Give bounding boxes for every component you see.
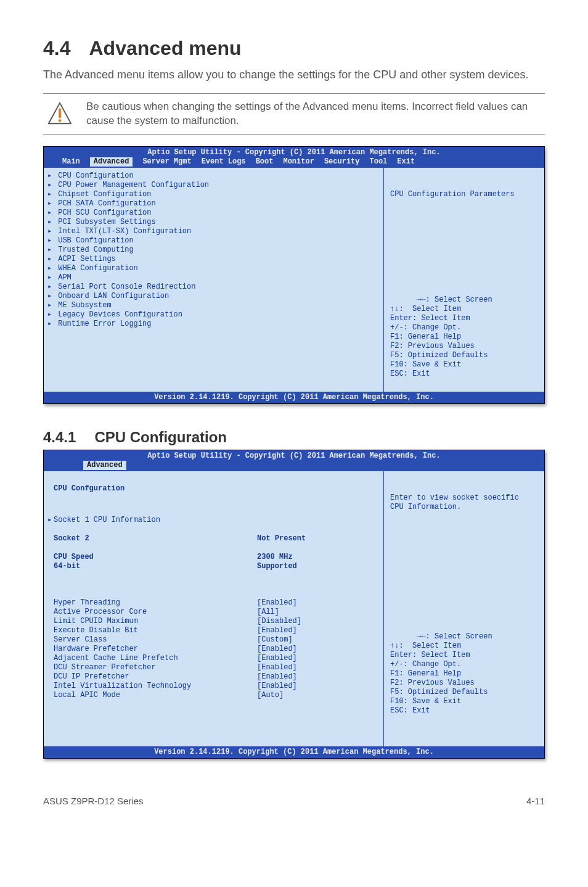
info-key: CPU Speed (54, 553, 257, 562)
footer-product: ASUS Z9PR-D12 Series (43, 796, 144, 806)
submenu-arrow-icon: ▸ (47, 310, 54, 320)
setting-value: [Enabled] (257, 626, 297, 635)
menu-item-label: PCI Subsystem Settings (54, 218, 156, 227)
menu-item[interactable]: ▸ PCH SCU Configuration (47, 208, 377, 218)
menu-item[interactable]: ▸ PCH SATA Configuration (47, 199, 377, 208)
submenu-arrow-icon: ▸ (47, 264, 54, 273)
setting-value: [Enabled] (257, 672, 297, 682)
bios-footer: Version 2.14.1219. Copyright (C) 2011 Am… (44, 746, 544, 758)
setting-value: [All] (257, 608, 279, 617)
tab-tool[interactable]: Tool (370, 157, 388, 167)
menu-item-label: ACPI Settings (54, 255, 116, 264)
info-value: Not Present (257, 534, 306, 543)
menu-item-label: PCH SATA Configuration (54, 199, 156, 208)
menu-item[interactable]: ▸ Chipset Configuration (47, 190, 377, 199)
bios-header: Aptio Setup Utility - Copyright (C) 2011… (44, 450, 544, 461)
menu-item-label: ME Subsystem (54, 301, 112, 310)
bios-footer: Version 2.14.1219. Copyright (C) 2011 Am… (44, 392, 544, 403)
setting-label: Limit CPUID Maximum (54, 617, 257, 626)
menu-item[interactable]: ▸ PCI Subsystem Settings (47, 218, 377, 227)
submenu-arrow-icon: ▸ (47, 320, 54, 329)
section-title-text: Advanced menu (89, 37, 241, 59)
menu-item[interactable]: ▸ CPU Configuration (47, 171, 377, 181)
setting-value: [Enabled] (257, 654, 297, 663)
section-heading: 4.4Advanced menu (43, 37, 545, 60)
tab-main[interactable]: Main (62, 157, 80, 167)
setting-row[interactable]: DCU Streamer Prefetcher[Enabled] (47, 663, 377, 672)
tab-security[interactable]: Security (324, 157, 360, 167)
menu-item-label: Legacy Devices Configuration (54, 310, 182, 320)
menu-item-label: USB Configuration (54, 236, 134, 245)
setting-row[interactable]: Intel Virtualization Technology[Enabled] (47, 682, 377, 691)
socket1-info-link[interactable]: Socket 1 CPU Information (54, 516, 160, 525)
setting-row[interactable]: Adjacent Cache Line Prefetch[Enabled] (47, 654, 377, 663)
setting-label: Active Processor Core (54, 608, 257, 617)
setting-row[interactable]: Server Class[Custom] (47, 635, 377, 645)
menu-item[interactable]: ▸ USB Configuration (47, 236, 377, 245)
setting-row[interactable]: Hardware Prefetcher[Enabled] (47, 645, 377, 654)
info-row (47, 543, 377, 553)
menu-item-label: Serial Port Console Redirection (54, 283, 195, 292)
menu-item[interactable]: ▸ Serial Port Console Redirection (47, 283, 377, 292)
bios-header: Aptio Setup Utility - Copyright (C) 2011… (44, 147, 544, 157)
submenu-arrow-icon: ▸ (47, 301, 54, 310)
setting-value: [Enabled] (257, 598, 297, 608)
menu-item[interactable]: ▸ Runtime Error Logging (47, 320, 377, 329)
menu-item-label: CPU Configuration (54, 171, 134, 181)
setting-value: [Enabled] (257, 663, 297, 672)
submenu-arrow-icon: ▸ (47, 283, 54, 292)
setting-row[interactable]: Local APIC Mode[Auto] (47, 691, 377, 700)
setting-label: Local APIC Mode (54, 691, 257, 700)
tab-server-mgmt[interactable]: Server Mgmt (142, 157, 191, 167)
setting-label: DCU IP Prefetcher (54, 672, 257, 682)
setting-value: [Enabled] (257, 682, 297, 691)
caution-icon (47, 101, 73, 127)
subsection-heading: 4.4.1CPU Configuration (43, 429, 545, 446)
menu-item[interactable]: ▸ Trusted Computing (47, 245, 377, 255)
setting-label: DCU Streamer Prefetcher (54, 663, 257, 672)
setting-row[interactable]: Limit CPUID Maximum[Disabled] (47, 617, 377, 626)
info-value: 2300 MHz (257, 553, 293, 562)
info-row: CPU Speed2300 MHz (47, 553, 377, 562)
setting-label: Hyper Threading (54, 598, 257, 608)
bios-help-pane: CPU Configuration Parameters →←: Select … (384, 168, 544, 392)
setting-value: [Custom] (257, 635, 293, 645)
setting-row[interactable]: Active Processor Core[All] (47, 608, 377, 617)
menu-item-label: Runtime Error Logging (54, 320, 151, 329)
submenu-arrow-icon: ▸ (47, 273, 54, 283)
setting-label: Hardware Prefetcher (54, 645, 257, 654)
menu-item[interactable]: ▸ Legacy Devices Configuration (47, 310, 377, 320)
setting-row[interactable]: Execute Disable Bit[Enabled] (47, 626, 377, 635)
menu-item[interactable]: ▸ APM (47, 273, 377, 283)
menu-item[interactable]: ▸ WHEA Configuration (47, 264, 377, 273)
setting-row[interactable]: Hyper Threading[Enabled] (47, 598, 377, 608)
tab-event-logs[interactable]: Event Logs (202, 157, 246, 167)
menu-item-label: WHEA Configuration (54, 264, 138, 273)
menu-item[interactable]: ▸ Intel TXT(LT-SX) Configuration (47, 227, 377, 236)
info-row: 64-bitSupported (47, 562, 377, 571)
menu-item[interactable]: ▸ ACPI Settings (47, 255, 377, 264)
setting-value: [Auto] (257, 691, 284, 700)
tab-advanced[interactable]: Advanced (83, 461, 126, 470)
info-key: Socket 2 (54, 534, 257, 543)
section-number: 4.4 (43, 37, 70, 59)
bios-help-pane: Enter to view socket soecific CPU Inform… (384, 471, 544, 746)
submenu-arrow-icon: ▸ (47, 171, 54, 181)
bios-cpu-settings: CPU Confguration ▸Socket 1 CPU Informati… (44, 471, 384, 746)
submenu-arrow-icon: ▸ (47, 208, 54, 218)
submenu-arrow-icon: ▸ (47, 218, 54, 227)
setting-value: [Enabled] (257, 645, 297, 654)
tab-advanced[interactable]: Advanced (90, 157, 133, 167)
tab-exit[interactable]: Exit (397, 157, 415, 167)
submenu-arrow-icon: ▸ (47, 255, 54, 264)
submenu-arrow-icon: ▸ (47, 199, 54, 208)
menu-item[interactable]: ▸ ME Subsystem (47, 301, 377, 310)
bios-tab-bar: Advanced (44, 461, 544, 471)
menu-item-label: APM (54, 273, 71, 283)
menu-item[interactable]: ▸ CPU Power Management Configuration (47, 181, 377, 190)
menu-item[interactable]: ▸ Onboard LAN Configuration (47, 292, 377, 301)
tab-boot[interactable]: Boot (256, 157, 274, 167)
setting-row[interactable]: DCU IP Prefetcher[Enabled] (47, 672, 377, 682)
setting-label: Server Class (54, 635, 257, 645)
tab-monitor[interactable]: Monitor (283, 157, 314, 167)
